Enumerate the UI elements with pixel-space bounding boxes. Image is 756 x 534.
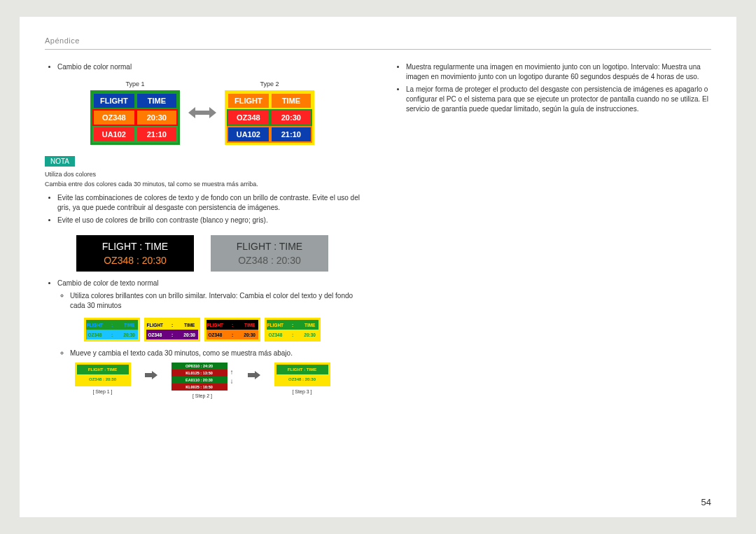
bullet-normal-color-change: Cambio de color normal [57,62,360,72]
type1-block: Type 1 FLIGHTTIME OZ34820:30 UA10221:10 [90,80,180,145]
type2-board: FLIGHTTIME OZ34820:30 UA10221:10 [225,90,314,145]
bullet-text-color-change: Cambio de color de texto normal Utiliza … [57,279,360,311]
cell: UA102 [92,126,136,143]
left-column: Cambio de color normal Type 1 FLIGHTTIME… [45,62,360,398]
cell: OZ348 [227,109,270,126]
step-1: FLIGHT : TIME OZ348 : 20:30 [ Step 1 ] [75,363,131,394]
type2-block: Type 2 FLIGHTTIME OZ34820:30 UA10221:10 [225,80,314,145]
color-strip: FLIGHT:TIMEOZ348:20:30 [204,318,260,342]
step-label: [ Step 1 ] [75,389,131,394]
sub-bullet-move-text: Mueve y cambia el texto cada 30 minutos,… [70,349,360,358]
color-strip: FLIGHT:TIMEOZ348:20:30 [84,318,140,342]
bullet-avoid-bw-gray: Evite el uso de colores de brillo con co… [57,216,360,225]
plate-row: FLIGHT : TIME [211,241,328,252]
step-3: FLIGHT : TIME OZ348 : 20:30 [ Step 3 ] [274,363,330,394]
step-cell: OZ348 : 20:30 [276,374,328,384]
color-strip: FLIGHT:TIMEOZ348:20:30 [144,318,200,342]
color-strip: FLIGHT:TIMEOZ348:20:30 [265,318,321,342]
note-line-2: Cambia entre dos colores cada 30 minutos… [45,181,360,188]
scroll-line: EA0110 : 20:30 [172,377,227,384]
scroll-line: KL0025 : 16:50 [172,384,227,391]
page: Apéndice Cambio de color normal Type 1 F… [20,17,736,517]
plate-gray: FLIGHT : TIME OZ348 : 20:30 [211,235,328,272]
step-cell: FLIGHT : TIME [77,365,129,374]
steps-row: FLIGHT : TIME OZ348 : 20:30 [ Step 1 ] O… [45,363,360,398]
cell: OZ348 [92,109,136,126]
type2-label: Type 2 [225,80,314,87]
up-down-arrows-icon: ↑↓ [230,368,234,385]
right-column: Muestra regularmente una imagen en movim… [393,62,711,398]
cell: TIME [136,92,178,109]
step-2: OP0310 : 24:20 KL0125 : 13:50 EA0110 : 2… [172,363,234,398]
svg-marker-1 [145,371,158,379]
arrow-right-icon [248,363,260,381]
step-label: [ Step 2 ] [172,393,234,398]
cell: 21:10 [270,126,312,143]
page-number: 54 [701,497,711,507]
step-cell: FLIGHT : TIME [276,365,328,374]
svg-marker-0 [188,107,216,118]
cell: TIME [270,92,312,109]
bullet-text: Cambio de color de texto normal [57,279,159,287]
step-cell: OZ348 : 20:30 [77,374,129,384]
bullet-screensaver: La mejor forma de proteger el producto d… [406,85,711,114]
section-title: Apéndice [45,36,711,45]
plate-row: OZ348 : 20:30 [76,255,194,266]
note-badge: NOTA [45,156,75,167]
scroll-line: OP0310 : 24:20 [172,363,227,370]
svg-marker-2 [248,371,260,379]
step-label: [ Step 3 ] [274,389,330,394]
cell: UA102 [227,126,270,143]
type1-label: Type 1 [90,80,180,87]
plate-row: OZ348 : 20:30 [211,255,328,266]
columns: Cambio de color normal Type 1 FLIGHTTIME… [45,62,711,398]
arrow-right-icon [145,363,158,381]
cell: FLIGHT [92,92,136,109]
note-line-1: Utiliza dos colores [45,171,360,178]
type1-board: FLIGHTTIME OZ34820:30 UA10221:10 [90,90,180,145]
color-strip-row: FLIGHT:TIMEOZ348:20:30FLIGHT:TIMEOZ348:2… [45,318,360,342]
bullet-avoid-contrast: Evite las combinaciones de colores de te… [57,193,360,213]
bullet-moving-image: Muestra regularmente una imagen en movim… [406,62,711,82]
type-comparison-row: Type 1 FLIGHTTIME OZ34820:30 UA10221:10 … [45,80,360,145]
cell: 20:30 [136,109,178,126]
sub-bullet-interval: Utiliza colores brillantes con un brillo… [70,291,360,311]
scroll-line: KL0125 : 13:50 [172,370,227,377]
contrast-example-row: FLIGHT : TIME OZ348 : 20:30 FLIGHT : TIM… [45,235,360,272]
divider [45,49,711,50]
cell: 20:30 [270,109,312,126]
cell: 21:10 [136,126,178,143]
plate-black: FLIGHT : TIME OZ348 : 20:30 [76,235,194,272]
plate-row: FLIGHT : TIME [76,241,194,252]
swap-arrows-icon [188,105,216,120]
cell: FLIGHT [227,92,270,109]
